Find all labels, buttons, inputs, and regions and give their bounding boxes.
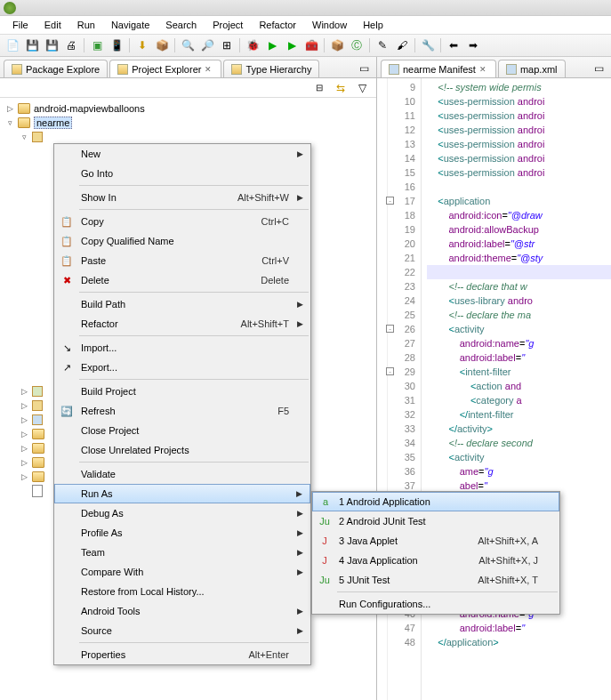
code-line[interactable]: <application — [427, 194, 611, 208]
menu-item-restore-from-local-history-[interactable]: Restore from Local History... — [54, 582, 310, 601]
menu-item-properties[interactable]: PropertiesAlt+Enter — [54, 645, 310, 664]
menu-item-paste[interactable]: 📋PasteCtrl+V — [54, 251, 310, 270]
code-line[interactable]: android:icon="@draw — [427, 208, 611, 222]
new-button[interactable]: 📄 — [4, 36, 21, 54]
menu-item-2-android-junit-test[interactable]: Ju2 Android JUnit Test — [312, 511, 559, 531]
new-class-button[interactable]: Ⓒ — [348, 36, 366, 54]
menu-item-android-tools[interactable]: Android Tools▶ — [54, 601, 310, 621]
minimize-view-button[interactable]: ▭ — [355, 60, 373, 77]
menu-item-build-project[interactable]: Build Project — [54, 382, 310, 401]
code-line[interactable]: <uses-permission androi — [427, 151, 611, 165]
menu-refactor[interactable]: Refactor — [252, 18, 303, 32]
fold-icon[interactable]: - — [386, 367, 394, 375]
menu-item-copy-qualified-name[interactable]: 📋Copy Qualified Name — [54, 231, 310, 251]
sdk-manager-button[interactable]: ▣ — [88, 36, 106, 54]
tree-item[interactable]: ▷ android-mapviewballoons — [5, 101, 371, 116]
menu-project[interactable]: Project — [205, 18, 250, 32]
collapse-icon[interactable]: ▿ — [20, 133, 28, 141]
menu-item-show-in[interactable]: Show InAlt+Shift+W▶ — [54, 188, 310, 207]
wrench-button[interactable]: 🔧 — [419, 36, 437, 54]
print-button[interactable]: 🖨 — [62, 36, 80, 54]
code-line[interactable] — [427, 265, 611, 279]
menu-item-compare-with[interactable]: Compare With▶ — [54, 562, 310, 582]
code-line[interactable]: <uses-permission androi — [427, 94, 611, 109]
paint-button[interactable]: 🖌 — [393, 36, 411, 54]
lint-button[interactable]: ⬇ — [133, 36, 151, 54]
code-line[interactable]: <category a — [427, 393, 611, 407]
menu-search[interactable]: Search — [158, 18, 204, 32]
code-line[interactable]: <!-- declare second — [427, 436, 611, 450]
tree-item[interactable]: ▿ — [5, 130, 371, 144]
tree-item[interactable]: ▿ nearme — [5, 116, 371, 130]
menu-item-close-unrelated-projects[interactable]: Close Unrelated Projects — [54, 440, 310, 460]
fold-icon[interactable]: - — [386, 325, 394, 333]
save-button[interactable]: 💾 — [23, 36, 41, 54]
code-line[interactable]: android:allowBackup — [427, 222, 611, 237]
code-line[interactable]: <uses-permission androi — [427, 137, 611, 151]
external-tools-button[interactable]: 🧰 — [302, 36, 320, 54]
view-menu-button[interactable]: ▽ — [353, 79, 371, 97]
tab-nearme-manifest[interactable]: nearme Manifest✕ — [381, 60, 496, 77]
menu-item-new[interactable]: New▶ — [54, 144, 310, 164]
close-icon[interactable]: ✕ — [479, 65, 488, 74]
code-line[interactable]: ame="g — [427, 464, 611, 479]
code-line[interactable]: android:label=" — [427, 350, 611, 365]
toggle-button[interactable]: ⊞ — [218, 36, 236, 54]
minimize-view-button[interactable]: ▭ — [590, 60, 607, 77]
menu-item-validate[interactable]: Validate — [54, 464, 310, 484]
menu-item-4-java-application[interactable]: J4 Java ApplicationAlt+Shift+X, J — [312, 551, 559, 570]
code-line[interactable]: <!-- declare that w — [427, 279, 611, 294]
tab-project-explorer[interactable]: Project Explorer✕ — [109, 60, 221, 77]
menu-item-go-into[interactable]: Go Into — [54, 164, 310, 183]
menu-item-export-[interactable]: ↗Export... — [54, 358, 310, 377]
menu-item-run-configurations-[interactable]: Run Configurations... — [312, 594, 559, 614]
code-line[interactable]: <activity — [427, 322, 611, 336]
code-line[interactable]: <uses-library andro — [427, 294, 611, 308]
code-line[interactable]: android:name="g — [427, 336, 611, 350]
code-line[interactable]: android:label=" — [427, 621, 611, 635]
avd-manager-button[interactable]: 📱 — [108, 36, 125, 54]
code-line[interactable]: <intent-filter — [427, 365, 611, 379]
menu-item-team[interactable]: Team▶ — [54, 543, 310, 562]
forward-button[interactable]: ➡ — [464, 36, 482, 54]
menu-item-source[interactable]: Source▶ — [54, 621, 310, 640]
run-as-submenu[interactable]: a1 Android ApplicationJu2 Android JUnit … — [311, 491, 560, 615]
menu-file[interactable]: File — [5, 18, 36, 32]
menu-item-profile-as[interactable]: Profile As▶ — [54, 523, 310, 543]
menu-help[interactable]: Help — [356, 18, 390, 32]
menu-window[interactable]: Window — [305, 18, 354, 32]
tab-package-explore[interactable]: Package Explore — [4, 60, 108, 77]
context-menu[interactable]: New▶Go IntoShow InAlt+Shift+W▶📋CopyCtrl+… — [53, 143, 311, 665]
debug-button[interactable]: 🐞 — [244, 36, 261, 54]
code-line[interactable]: </application> — [427, 635, 611, 649]
menu-item-refresh[interactable]: 🔄RefreshF5 — [54, 401, 310, 421]
code-line[interactable]: <activity — [427, 450, 611, 464]
link-editor-button[interactable]: ⇆ — [332, 79, 350, 97]
code-line[interactable]: <!-- declare the ma — [427, 308, 611, 322]
menu-item-refactor[interactable]: RefactorAlt+Shift+T▶ — [54, 314, 310, 334]
menu-item-copy[interactable]: 📋CopyCtrl+C — [54, 212, 310, 231]
menu-item-1-android-application[interactable]: a1 Android Application — [312, 492, 559, 511]
menu-item-debug-as[interactable]: Debug As▶ — [54, 503, 310, 523]
new-project-button[interactable]: 📦 — [153, 36, 171, 54]
collapse-all-button[interactable]: ⊟ — [310, 79, 328, 97]
new-package-button[interactable]: 📦 — [328, 36, 346, 54]
code-line[interactable]: <uses-permission androi — [427, 165, 611, 180]
collapse-icon[interactable]: ▿ — [5, 118, 14, 127]
save-all-button[interactable]: 💾 — [43, 36, 60, 54]
wand-button[interactable]: ✎ — [374, 36, 391, 54]
code-line[interactable]: android:label="@str — [427, 237, 611, 251]
tab-map.xml[interactable]: map.xml — [498, 60, 566, 77]
menu-item-import-[interactable]: ↘Import... — [54, 338, 310, 358]
tab-type-hierarchy[interactable]: Type Hierarchy — [223, 60, 319, 77]
menu-item-delete[interactable]: ✖DeleteDelete — [54, 270, 310, 290]
menu-item-3-java-applet[interactable]: J3 Java AppletAlt+Shift+X, A — [312, 531, 559, 551]
search-button[interactable]: 🔎 — [198, 36, 216, 54]
code-line[interactable]: </activity> — [427, 422, 611, 436]
code-line[interactable]: <uses-permission androi — [427, 123, 611, 137]
code-line[interactable]: android:theme="@sty — [427, 251, 611, 265]
menu-run[interactable]: Run — [70, 18, 102, 32]
run-last-button[interactable]: ▶ — [283, 36, 301, 54]
menu-item-close-project[interactable]: Close Project — [54, 421, 310, 440]
code-line[interactable]: </intent-filter — [427, 407, 611, 422]
